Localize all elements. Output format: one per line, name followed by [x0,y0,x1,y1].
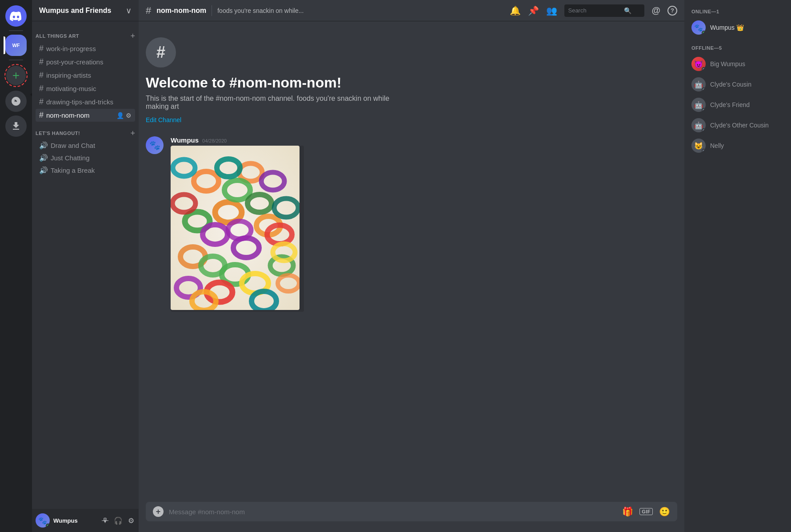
big-wumpus-offline-dot [702,67,706,71]
notification-bell-icon[interactable]: 🔔 [510,5,521,16]
channel-nom-nom-nom[interactable]: # nom-nom-nom 👤 ⚙ [36,109,135,122]
nelly-name: Nelly [710,142,724,149]
channel-header-desc: foods you're snackin on while... [217,7,504,14]
clydes-friend-avatar: 🤖 [691,98,706,112]
message-text-input[interactable] [169,508,617,516]
author-avatar-emoji: 🐾 [149,140,160,151]
category-lets-hangout-label: LET'S HANGOUT! [36,131,80,136]
add-content-button[interactable]: + [153,506,164,517]
voice-channel-icon: 🔊 [39,154,48,162]
category-add-channel-icon[interactable]: + [130,32,135,40]
channel-messages: # Welcome to #nom-nom-nom! This is the s… [139,21,684,502]
clydes-cousin-name: Clyde's Cousin [710,81,751,88]
download-apps-button[interactable] [5,115,27,137]
welcome-hash-icon: # [156,43,165,62]
channel-inspiring-artists[interactable]: # inspiring-artists [36,69,135,82]
user-bar: 🐾 Wumpus 🎙 🎧 ⚙ [32,509,139,532]
member-big-wumpus[interactable]: 😈 Big Wumpus [688,54,787,74]
server-divider [9,30,23,31]
deafen-headphones-button[interactable]: 🎧 [113,516,124,526]
cereal-image-svg [171,146,300,310]
online-section-title: ONLINE—1 [688,7,787,18]
server-wumpus-wrapper: WF [5,35,27,56]
voice-taking-a-break[interactable]: 🔊 Taking a Break [36,164,135,176]
crown-icon: 👑 [736,24,744,31]
clydes-cousin-emoji: 🤖 [694,80,703,89]
user-avatar: 🐾 [36,513,50,528]
member-wumpus[interactable]: 🐾 Wumpus 👑 [688,18,787,37]
channel-header: # nom-nom-nom foods you're snackin on wh… [139,0,684,21]
help-icon[interactable]: ? [667,6,677,16]
channel-hash-icon: # [39,57,44,67]
user-settings-button[interactable]: ⚙ [127,516,135,526]
clydes-other-cousin-avatar: 🤖 [691,118,706,132]
member-clydes-other-cousin[interactable]: 🤖 Clyde's Other Cousin [688,115,787,135]
server-dropdown-icon: ∨ [126,6,132,16]
category-add-voice-icon[interactable]: + [130,129,135,137]
welcome-description: This is the start of the #nom-nom-nom ch… [146,95,412,111]
user-online-indicator [46,524,50,528]
category-all-things-art-label: ALL THINGS ART [36,33,79,39]
discord-home-button[interactable] [5,5,27,27]
members-list-icon[interactable]: 👥 [546,5,557,16]
channel-hash-icon: # [39,111,44,120]
pin-icon[interactable]: 📌 [528,5,539,16]
channel-invite-icon[interactable]: 👤 [116,112,124,119]
welcome-title: Welcome to #nom-nom-nom! [146,75,677,91]
user-avatar-emoji: 🐾 [38,516,47,525]
search-input[interactable] [568,7,621,14]
member-clydes-cousin[interactable]: 🤖 Clyde's Cousin [688,75,787,94]
voice-draw-and-chat[interactable]: 🔊 Draw and Chat [36,139,135,151]
input-icons: 🎁 GIF 🙂 [622,506,670,517]
header-divider [212,5,212,16]
channel-list: ALL THINGS ART + # work-in-progress # po… [32,21,139,509]
explore-public-servers-button[interactable] [5,91,27,112]
server-sidebar: WF + Add a Server [0,0,32,532]
member-clydes-friend[interactable]: 🤖 Clyde's Friend [688,95,787,115]
category-lets-hangout[interactable]: LET'S HANGOUT! + [32,122,139,139]
channel-work-in-progress[interactable]: # work-in-progress [36,42,135,55]
voice-just-chatting[interactable]: 🔊 Just Chatting [36,152,135,164]
server-name: Wumpus and Friends [39,7,111,15]
server-wumpus-icon[interactable]: WF [5,35,27,56]
server-initials: WF [12,43,20,48]
gif-button[interactable]: GIF [639,508,653,515]
server-name-bar[interactable]: Wumpus and Friends ∨ [32,0,139,21]
nelly-avatar: 😺 [691,139,706,153]
channel-header-hash-icon: # [146,5,151,16]
member-nelly[interactable]: 😺 Nelly [688,136,787,155]
big-wumpus-name: Big Wumpus [710,60,745,67]
user-name: Wumpus [53,517,97,524]
clydes-other-cousin-offline-dot [702,128,706,132]
mute-microphone-button[interactable]: 🎙 [101,516,109,526]
at-icon[interactable]: @ [651,5,660,16]
channel-drawing-tips-and-tricks[interactable]: # drawing-tips-and-tricks [36,95,135,108]
message-input-bar: + 🎁 GIF 🙂 [146,502,677,521]
nelly-emoji: 😺 [694,142,703,150]
channel-settings-icon[interactable]: ⚙ [126,112,132,119]
channel-hash-icon: # [39,44,44,53]
members-sidebar: ONLINE—1 🐾 Wumpus 👑 OFFLINE—5 😈 Big Wump… [684,0,791,532]
user-info: Wumpus [53,517,97,524]
message-input-area: + 🎁 GIF 🙂 [139,502,684,532]
clydes-other-cousin-emoji: 🤖 [694,121,703,130]
clydes-cousin-offline-dot [702,87,706,91]
add-server-button[interactable]: + [4,64,28,87]
main-content: # nom-nom-nom foods you're snackin on wh… [139,0,684,532]
message-author-avatar: 🐾 [146,136,164,154]
message-content: Wumpus 04/28/2020 [171,136,677,312]
message-group: 🐾 Wumpus 04/28/2020 [146,133,677,315]
server-divider-2 [9,60,23,60]
channel-motivating-music[interactable]: # motivating-music [36,82,135,95]
edit-channel-link[interactable]: Edit Channel [146,116,181,123]
clydes-friend-offline-dot [702,108,706,112]
header-icons: 🔔 📌 👥 🔍 @ ? [510,4,677,17]
message-timestamp: 04/28/2020 [202,138,227,143]
search-bar[interactable]: 🔍 [564,4,644,17]
offline-section-title: OFFLINE—5 [688,38,787,54]
emoji-picker-icon[interactable]: 🙂 [659,506,670,517]
clydes-friend-emoji: 🤖 [694,101,703,109]
gift-icon[interactable]: 🎁 [622,506,633,517]
channel-post-your-creations[interactable]: # post-your-creations [36,56,135,68]
category-all-things-art[interactable]: ALL THINGS ART + [32,25,139,42]
